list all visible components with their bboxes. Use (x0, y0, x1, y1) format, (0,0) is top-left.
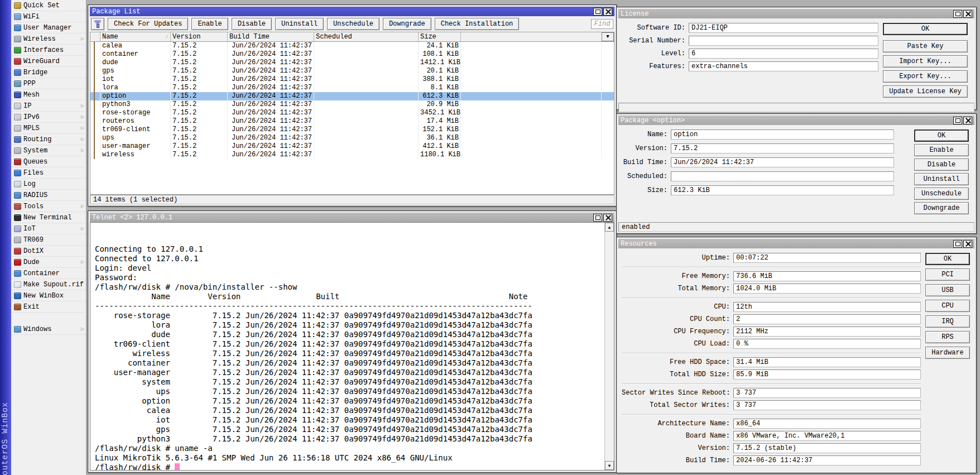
ok-button[interactable]: OK (883, 23, 968, 35)
table-row[interactable]: option7.15.2Jun/26/2024 11:42:37612.3 Ki… (90, 92, 614, 100)
scheduled-field[interactable] (671, 171, 894, 181)
scroll-down-icon[interactable]: ▼ (605, 461, 614, 470)
close-button[interactable] (603, 8, 612, 16)
sidebar-item-windows[interactable]: Windows▷ (11, 324, 86, 335)
sidebar-item-ppp[interactable]: PPP (11, 78, 86, 89)
enable-button[interactable]: Enable (914, 144, 969, 156)
sidebar-item-log[interactable]: Log (11, 179, 86, 190)
sidebar-item-interfaces[interactable]: Interfaces (11, 45, 86, 56)
sidebar-item-queues[interactable]: Queues (11, 156, 86, 167)
cpu-frequency-field[interactable]: 2112 MHz (733, 327, 921, 337)
filter-button[interactable] (91, 18, 104, 30)
resources-titlebar[interactable]: Resources (618, 239, 974, 248)
package-option-titlebar[interactable]: Package <option> (618, 116, 974, 125)
sidebar-item-mpls[interactable]: MPLS▷ (11, 123, 86, 134)
package-list-titlebar[interactable]: Package List (90, 7, 614, 16)
sidebar-item-radius[interactable]: RADIUS (11, 190, 86, 201)
maximize-button[interactable] (953, 117, 962, 124)
export-key-button[interactable]: Export Key... (883, 70, 968, 83)
irq-button[interactable]: IRQ (925, 315, 970, 328)
downgrade-button[interactable]: Downgrade (914, 202, 969, 214)
maximize-button[interactable] (953, 240, 962, 248)
cpu-field[interactable]: 12th (733, 302, 921, 312)
unschedule-button[interactable]: Unschedule (327, 18, 379, 30)
cpu-load-field[interactable]: 0 % (733, 339, 921, 349)
sector-writes-since-reboot-field[interactable]: 3 737 (733, 388, 921, 398)
cpu-count-field[interactable]: 2 (733, 314, 921, 324)
sidebar-item-dude[interactable]: Dude▷ (11, 257, 86, 268)
maximize-button[interactable] (593, 214, 602, 222)
check-for-updates-button[interactable]: Check For Updates (108, 18, 188, 30)
table-row[interactable]: ups7.15.2Jun/26/2024 11:42:3736.1 KiB (90, 134, 614, 142)
sidebar-item-tools[interactable]: Tools▷ (11, 201, 86, 212)
sidebar-item-ip[interactable]: IP▷ (11, 100, 86, 112)
close-button[interactable] (603, 214, 612, 222)
table-row[interactable]: iot7.15.2Jun/26/2024 11:42:37388.1 KiB (90, 75, 614, 84)
paste-key-button[interactable]: Paste Key (883, 40, 968, 52)
telnet-titlebar[interactable]: Telnet <2> 127.0.0.1 (90, 213, 614, 222)
column-header-scheduled[interactable]: Scheduled (314, 32, 419, 41)
level-field[interactable]: 6 (689, 49, 878, 59)
pci-button[interactable]: PCI (925, 268, 970, 281)
sidebar-item-routing[interactable]: Routing▷ (11, 134, 86, 145)
import-key-button[interactable]: Import Key... (883, 55, 968, 68)
disable-button[interactable]: Disable (914, 159, 969, 171)
sidebar-item-iot[interactable]: IoT▷ (11, 223, 86, 234)
build-time-field[interactable]: Jun/26/2024 11:42:37 (671, 157, 894, 167)
close-button[interactable] (963, 117, 972, 124)
serial-number-field[interactable] (689, 36, 878, 46)
hardware-button[interactable]: Hardware (925, 347, 970, 359)
version-field[interactable]: 7.15.2 (671, 143, 894, 153)
sidebar-item-wireguard[interactable]: WireGuard (11, 56, 86, 67)
sidebar-item-wifi[interactable]: WiFi (11, 11, 86, 22)
license-titlebar[interactable]: License (618, 9, 974, 18)
architecture-name-field[interactable]: x86_64 (733, 419, 921, 429)
name-field[interactable]: option (671, 129, 894, 140)
sidebar-item-bridge[interactable]: Bridge (11, 67, 86, 78)
ok-button[interactable]: OK (914, 129, 969, 142)
sidebar-item-user-manager[interactable]: User Manager (11, 22, 86, 33)
table-row[interactable]: calea7.15.2Jun/26/2024 11:42:3724.1 KiB (90, 42, 614, 50)
uninstall-button[interactable]: Uninstall (914, 173, 969, 185)
version-field[interactable]: 7.15.2 (stable) (733, 443, 921, 453)
table-row[interactable]: routeros7.15.2Jun/26/2024 11:42:3717.4 M… (90, 117, 614, 126)
disable-button[interactable]: Disable (232, 18, 272, 30)
check-installation-button[interactable]: Check Installation (435, 18, 520, 30)
uninstall-button[interactable]: Uninstall (275, 18, 324, 30)
sidebar-item-dot1x[interactable]: Dot1X (11, 246, 86, 257)
total-hdd-size-field[interactable]: 85.9 MiB (733, 370, 921, 380)
table-row[interactable]: rose-storage7.15.2Jun/26/2024 11:42:3734… (90, 109, 614, 117)
size-field[interactable]: 612.3 KiB (671, 185, 894, 195)
board-name-field[interactable]: x86 VMware, Inc. VMware20,1 (733, 431, 921, 441)
close-button[interactable] (963, 240, 972, 248)
sidebar-item-make-supout-rif[interactable]: Make Supout.rif (11, 279, 86, 290)
total-sector-writes-field[interactable]: 3 737 (733, 400, 921, 410)
sidebar-item-quick-set[interactable]: Quick Set (11, 0, 86, 11)
sidebar-item-container[interactable]: Container (11, 268, 86, 279)
column-header-size[interactable]: Size (419, 32, 461, 41)
software-id-field[interactable]: DJ21-EIQP (689, 23, 878, 33)
build-time-field[interactable]: 2024-06-26 11:42:37 (733, 455, 921, 466)
terminal-output[interactable]: Connecting to 127.0.0.1 Connected to 127… (90, 223, 604, 470)
table-row[interactable]: lora7.15.2Jun/26/2024 11:42:378.1 KiB (90, 84, 614, 92)
table-row[interactable]: user-manager7.15.2Jun/26/2024 11:42:3741… (90, 142, 614, 151)
find-button[interactable]: Find (591, 19, 613, 29)
total-memory-field[interactable]: 1024.0 MiB (733, 284, 921, 294)
sidebar-item-files[interactable]: Files (11, 167, 86, 179)
column-header-build-time[interactable]: Build Time (228, 32, 314, 41)
sidebar-item-tr069[interactable]: TR069 (11, 234, 86, 246)
rps-button[interactable]: RPS (925, 331, 970, 343)
maximize-button[interactable] (953, 10, 962, 18)
close-button[interactable] (963, 10, 972, 18)
ok-button[interactable]: OK (925, 253, 970, 265)
sidebar-item-new-winbox[interactable]: New WinBox (11, 290, 86, 301)
update-license-key-button[interactable]: Update License Key (883, 85, 968, 98)
sidebar-item-ipv6[interactable]: IPv6▷ (11, 112, 86, 123)
cpu-button[interactable]: CPU (925, 300, 970, 312)
sidebar-item-new-terminal[interactable]: New Terminal (11, 212, 86, 223)
enable-button[interactable]: Enable (191, 18, 228, 30)
table-row[interactable]: python37.15.2Jun/26/2024 11:42:3720.9 Mi… (90, 100, 614, 109)
table-row[interactable]: wireless7.15.2Jun/26/2024 11:42:371180.1… (90, 151, 614, 159)
table-row[interactable]: dude7.15.2Jun/26/2024 11:42:371412.1 KiB (90, 59, 614, 67)
terminal-scrollbar[interactable]: ▲ ▼ (604, 223, 614, 470)
